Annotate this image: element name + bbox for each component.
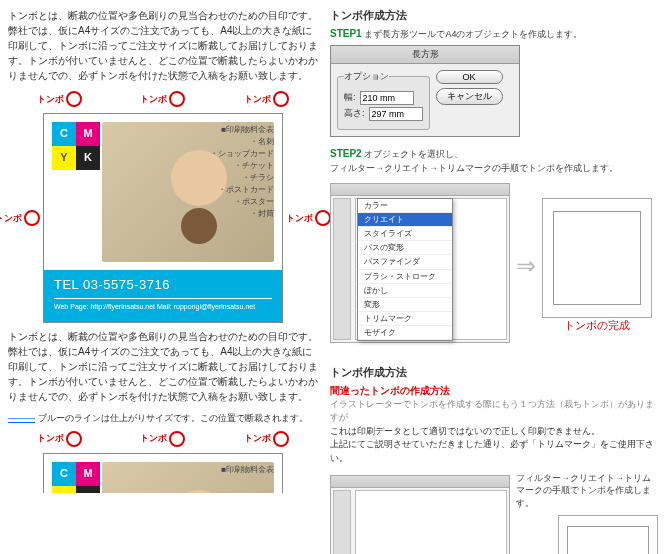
tonbo-circle-icon: [273, 91, 289, 107]
sample-card-area: トンボ トンボ C M Y K ■印刷物料金表 ・名刺 ・ショップカード ・チケ…: [23, 113, 303, 323]
cancel-button[interactable]: キャンセル: [436, 88, 503, 105]
sample-card: C M Y K ■印刷物料金表 ・名刺 ・ショップカード ・チケット ・チラシ …: [43, 113, 283, 323]
wrong-method-heading: 間違ったトンボの作成方法: [330, 384, 658, 398]
tonbo-circle-icon: [315, 210, 331, 226]
tonbo-bottom-row: トンボ トンボ トンボ: [8, 431, 318, 447]
intro-text: トンボとは、断裁の位置や多色刷りの見当合わせのための目印です。弊社では、仮にA4…: [8, 8, 318, 83]
tonbo-circle-icon: [66, 431, 82, 447]
tonbo-method-title: トンボ作成方法: [330, 8, 658, 23]
dialog-title: 長方形: [331, 46, 519, 64]
width-input[interactable]: [360, 91, 414, 105]
filter-menu-dropdown[interactable]: カラー クリエイト スタイライズ パスの変形 パスファインダ ブラシ・ストローク…: [357, 198, 453, 342]
result-preview: [542, 198, 652, 318]
alt-method-title: トンボ作成方法: [330, 365, 658, 380]
height-label: 高さ:: [344, 107, 365, 120]
tonbo-circle-icon: [273, 431, 289, 447]
ok-button[interactable]: OK: [436, 70, 503, 84]
intro-text-repeat: トンボとは、断裁の位置や多色刷りの見当合わせのための目印です。弊社では、仮にA4…: [8, 329, 318, 404]
tonbo-circle-icon: [66, 91, 82, 107]
cmyk-logo: C M Y K: [52, 122, 100, 170]
blue-line-note: ——— ブルーのラインは仕上がりサイズです。この位置で断裁されます。: [8, 412, 318, 425]
arrow-icon: ⇒: [516, 249, 536, 283]
height-input[interactable]: [369, 107, 423, 121]
tonbo-circle-icon: [169, 91, 185, 107]
illustrator-screenshot: カラー クリエイト スタイライズ パスの変形 パスファインダ ブラシ・ストローク…: [330, 183, 510, 343]
overlay-text-block: イラストレーターでトンボを作成する際にもう１つ方法（裁ちトンボ）がありますが こ…: [330, 398, 658, 466]
result-label: トンボの完成: [542, 318, 652, 333]
dialog-options-group: オプション 幅: 高さ:: [337, 70, 430, 130]
result-preview-2: [558, 515, 658, 554]
width-label: 幅:: [344, 91, 356, 104]
sample-card-cropped: C M Y K ■印刷物料金表: [23, 453, 303, 493]
tonbo-circle-icon: [24, 210, 40, 226]
illustrator-screenshot-2: [330, 475, 510, 554]
alt-step2-text: フィルター→クリエイト→トリムマークの手順でトンボを作成します。: [516, 472, 658, 510]
card-side-list: ■印刷物料金表 ・名刺 ・ショップカード ・チケット ・チラシ ・ポストカード …: [210, 124, 274, 220]
step1-line: STEP1 まず長方形ツールでA4のオブジェクトを作成します。: [330, 27, 658, 41]
tonbo-top-row: トンボ トンボ トンボ: [8, 91, 318, 107]
step2-line: STEP2 オブジェクトを選択し、 フィルター→クリエイト→トリムマークの手順で…: [330, 147, 658, 175]
rectangle-dialog: 長方形 オプション 幅: 高さ: OK キャンセル: [330, 45, 520, 136]
card-footer: TEL 03-5575-3716 Web Page: http://flyeri…: [44, 270, 282, 322]
tonbo-circle-icon: [169, 431, 185, 447]
